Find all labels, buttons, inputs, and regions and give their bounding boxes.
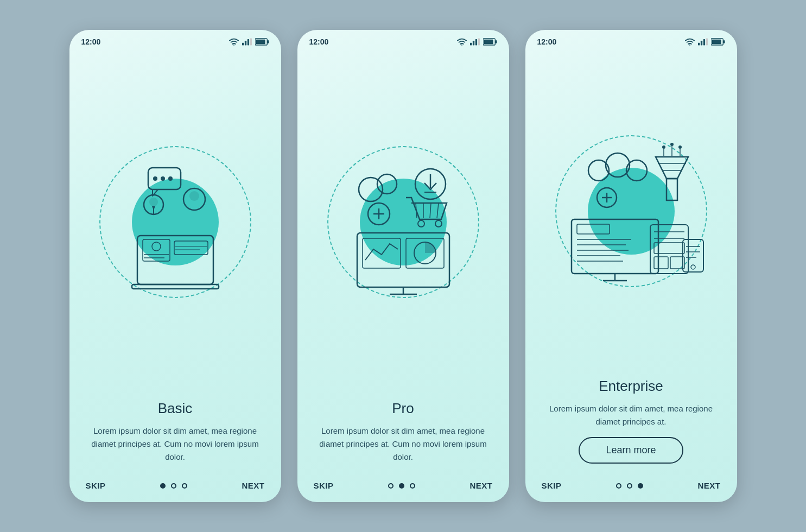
dot-3-basic [182,483,187,489]
next-button-pro[interactable]: NEXT [469,481,492,490]
svg-rect-60 [703,39,705,45]
pro-illustration [330,149,477,295]
status-bar-enterprise: 12:00 [525,30,737,49]
svg-point-10 [161,176,165,181]
svg-point-80 [678,145,682,149]
svg-rect-3 [247,39,249,45]
plan-desc-pro: Lorem ipsum dolor sit dim amet, mea regi… [314,425,493,464]
status-time-enterprise: 12:00 [537,37,557,46]
status-time-pro: 12:00 [309,37,329,46]
svg-rect-19 [137,236,213,284]
plan-title-pro: Pro [314,400,493,417]
dot-1-pro [388,483,394,489]
wifi-icon-pro [457,38,467,46]
svg-rect-36 [484,40,493,44]
svg-point-57 [689,45,690,46]
svg-rect-31 [472,41,474,45]
svg-point-14 [149,198,158,206]
svg-rect-51 [357,233,449,287]
dashed-circle-pro [327,146,479,298]
dot-3-enterprise [638,483,643,489]
status-icons-pro [457,38,497,46]
svg-point-78 [662,145,665,149]
next-button-enterprise[interactable]: NEXT [697,481,720,490]
signal-icon [242,38,252,46]
svg-rect-82 [577,224,610,234]
svg-rect-35 [495,40,497,43]
plan-title-basic: Basic [86,400,265,417]
svg-point-49 [418,220,424,227]
dashed-circle-basic [99,146,251,298]
dots-pro [388,483,415,489]
dot-2-enterprise [627,483,632,489]
phone-card-pro: 12:00 [297,30,509,502]
illustration-area-pro [297,49,509,395]
dot-2-pro [399,483,404,489]
skip-button-enterprise[interactable]: SKIP [542,481,562,490]
svg-marker-16 [152,206,155,210]
dot-3-pro [410,483,415,489]
skip-button-pro[interactable]: SKIP [314,481,334,490]
skip-button-basic[interactable]: SKIP [86,481,106,490]
svg-rect-7 [256,40,265,44]
svg-rect-27 [132,284,219,289]
enterprise-illustration [555,135,707,287]
svg-point-67 [626,160,647,181]
svg-rect-52 [363,238,401,268]
status-icons-basic [229,38,269,46]
svg-point-100 [691,265,695,269]
svg-rect-64 [712,40,721,44]
wifi-icon [229,38,239,46]
text-section-enterprise: Enterprise Lorem ipsum dolor sit dim ame… [525,372,737,476]
text-section-basic: Basic Lorem ipsum dolor sit dim amet, me… [69,395,281,476]
svg-rect-58 [698,43,700,46]
wifi-icon-enterprise [685,38,695,46]
plan-desc-enterprise: Lorem ipsum dolor sit dim amet, mea regi… [542,402,721,428]
text-section-pro: Pro Lorem ipsum dolor sit dim amet, mea … [297,395,509,476]
svg-rect-30 [470,43,472,46]
screens-container: 12:00 [69,30,737,502]
signal-icon-enterprise [698,38,708,46]
svg-rect-63 [723,40,725,43]
svg-point-29 [461,45,462,46]
svg-line-47 [430,203,431,218]
svg-point-9 [153,176,157,181]
status-bar-basic: 12:00 [69,30,281,49]
svg-rect-72 [667,179,677,200]
status-time-basic: 12:00 [81,37,101,46]
svg-point-0 [233,45,234,46]
battery-icon-enterprise [711,38,725,46]
svg-point-66 [606,153,630,177]
phone-card-enterprise: 12:00 [525,30,737,502]
svg-point-50 [435,220,442,227]
dots-enterprise [616,483,643,489]
plan-desc-basic: Lorem ipsum dolor sit dim amet, mea regi… [86,425,265,464]
svg-rect-61 [706,38,707,45]
bottom-nav-enterprise: SKIP NEXT [525,476,737,502]
dashed-circle-enterprise [555,135,707,287]
battery-icon-pro [483,38,497,46]
plan-title-enterprise: Enterprise [542,378,721,395]
next-button-basic[interactable]: NEXT [242,481,264,490]
svg-point-79 [670,143,674,146]
svg-rect-6 [267,40,269,43]
dots-basic [160,483,187,489]
svg-rect-4 [250,38,251,45]
svg-rect-96 [683,239,703,272]
svg-rect-2 [244,41,246,45]
svg-point-18 [189,191,199,201]
svg-rect-24 [174,241,208,255]
svg-point-11 [168,176,173,181]
svg-marker-71 [656,157,688,179]
dot-2-basic [171,483,176,489]
svg-rect-94 [654,257,668,269]
svg-rect-1 [242,43,244,46]
learn-more-button[interactable]: Learn more [579,437,683,464]
svg-point-38 [377,174,397,194]
status-icons-enterprise [685,38,725,46]
svg-rect-33 [478,38,479,45]
phone-card-basic: 12:00 [69,30,281,502]
svg-rect-59 [700,41,702,45]
svg-point-21 [152,242,161,251]
svg-line-45 [416,203,417,218]
